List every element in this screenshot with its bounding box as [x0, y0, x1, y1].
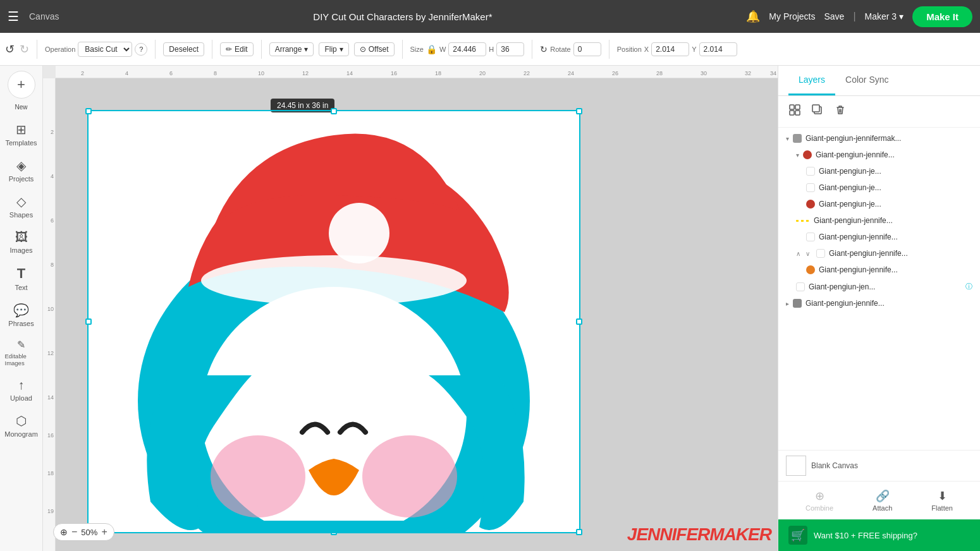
layer-color [806, 265, 815, 274]
sidebar-item-monogram[interactable]: ⬡ Monogram [3, 408, 40, 443]
zoom-in-button[interactable]: + [101, 526, 107, 538]
blank-canvas-area: Blank Canvas [778, 450, 980, 481]
menu-icon[interactable]: ☰ [8, 9, 19, 24]
redo-button[interactable]: ↻ [20, 42, 29, 56]
width-input[interactable] [448, 42, 486, 56]
zoom-target-icon[interactable]: ⊕ [60, 527, 68, 537]
layer-row[interactable]: Giant-pengiun-jen... ⓘ [778, 278, 980, 295]
layers-group-button[interactable] [786, 101, 804, 122]
layer-row[interactable]: Giant-pengiun-jennife... [778, 229, 980, 245]
toolbar-separator-5 [402, 40, 403, 59]
topbar: ☰ Canvas DIY Cut Out Characters by Jenni… [0, 0, 980, 33]
expand-icon[interactable]: ▾ [796, 152, 799, 159]
layer-row[interactable]: Giant-pengiun-je... [778, 179, 980, 196]
phrases-icon: 💬 [13, 303, 29, 318]
help-button[interactable]: ? [135, 43, 147, 56]
canvas-area[interactable]: 2 4 6 8 10 12 14 16 18 20 22 24 26 28 30… [43, 66, 778, 551]
monogram-icon: ⬡ [16, 413, 27, 428]
svg-point-5 [211, 435, 305, 518]
layer-color [816, 249, 825, 258]
layer-row[interactable]: ▸ Giant-pengiun-jennife... [778, 295, 980, 312]
left-sidebar: + New ⊞ Templates ◈ Projects ◇ Shapes 🖼 … [0, 66, 43, 551]
sidebar-item-templates[interactable]: ⊞ Templates [3, 117, 40, 152]
save-button[interactable]: Save [824, 11, 844, 21]
sidebar-item-upload[interactable]: ↑ Upload [3, 373, 40, 407]
operation-select[interactable]: Basic Cut [78, 42, 132, 57]
collapse-icon[interactable]: ▸ [786, 300, 789, 307]
y-label: Y [692, 45, 696, 53]
toolbar: ↺ ↻ Operation Basic Cut ? Deselect ✏ Edi… [0, 33, 980, 66]
layer-row[interactable]: Giant-pengiun-jennife... [778, 262, 980, 278]
penguin-image[interactable] [87, 110, 580, 533]
images-icon: 🖼 [15, 230, 28, 245]
lock-icon[interactable]: 🔒 [426, 44, 437, 54]
layer-color [806, 200, 815, 209]
layers-delete-button[interactable] [831, 101, 849, 122]
layer-row[interactable]: Giant-pengiun-je... [778, 163, 980, 179]
layer-name: Giant-pengiun-jennife... [816, 150, 972, 159]
tab-layers[interactable]: Layers [788, 66, 835, 95]
layer-color [806, 233, 815, 241]
make-it-button[interactable]: Make It [912, 6, 972, 27]
watermark: JENNIFERMAKER [627, 524, 771, 545]
svg-rect-8 [795, 105, 800, 109]
edit-button[interactable]: ✏ Edit [220, 42, 254, 56]
layer-info-icon[interactable]: ⓘ [965, 282, 972, 291]
rotate-group: ↻ Rotate [540, 42, 601, 56]
layers-list: ▾ Giant-pengiun-jennifermak... ▾ Giant-p… [778, 128, 980, 450]
deselect-button[interactable]: Deselect [163, 42, 204, 56]
layer-row[interactable]: Giant-pengiun-jennife... [778, 212, 980, 229]
doc-title: DIY Cut Out Characters by JenniferMaker* [69, 11, 736, 22]
text-icon: T [17, 265, 25, 282]
layer-name: Giant-pengiun-jennife... [805, 299, 972, 308]
machine-selector[interactable]: Maker 3 ▾ [865, 11, 904, 21]
edit-icon: ✏ [226, 45, 232, 54]
svg-point-3 [329, 203, 389, 263]
rotate-input[interactable] [573, 42, 601, 56]
layer-row[interactable]: ▾ Giant-pengiun-jennife... [778, 147, 980, 163]
new-button[interactable]: + [8, 71, 35, 99]
layer-color-dash [796, 220, 810, 222]
notification-icon[interactable]: 🔔 [746, 9, 760, 23]
layer-row[interactable]: ▾ Giant-pengiun-jennifermak... [778, 130, 980, 147]
sidebar-item-text[interactable]: T Text [3, 260, 40, 296]
canvas-viewport[interactable]: 24.45 in x 36 in [56, 78, 778, 551]
height-input[interactable] [496, 42, 524, 56]
sidebar-item-editable-images[interactable]: ✎ Editable Images [3, 334, 40, 372]
promo-icon: 🛒 [788, 526, 807, 545]
layer-name: Giant-pengiun-jennife... [819, 265, 972, 274]
arrange-button[interactable]: Arrange ▾ [269, 42, 314, 56]
tab-color-sync[interactable]: Color Sync [835, 66, 898, 95]
sidebar-item-phrases[interactable]: 💬 Phrases [3, 298, 40, 332]
blank-canvas-swatch[interactable] [786, 456, 806, 476]
projects-icon: ◈ [16, 158, 26, 173]
layer-row[interactable]: Giant-pengiun-je... [778, 196, 980, 212]
y-input[interactable] [699, 42, 737, 56]
sidebar-item-shapes[interactable]: ◇ Shapes [3, 189, 40, 224]
position-group: Position X Y [617, 42, 737, 56]
sidebar-item-images[interactable]: 🖼 Images [3, 225, 40, 259]
layers-duplicate-button[interactable] [809, 101, 826, 122]
flatten-button[interactable]: ⬇ Flatten [926, 487, 958, 514]
layer-color [806, 183, 815, 192]
position-label: Position [617, 45, 642, 53]
svg-rect-10 [795, 111, 800, 115]
my-projects-link[interactable]: My Projects [769, 11, 815, 21]
toolbar-separator-3 [212, 40, 212, 59]
layer-name: Giant-pengiun-je... [819, 167, 972, 176]
undo-button[interactable]: ↺ [5, 42, 15, 56]
size-label: Size [410, 45, 424, 53]
operation-label: Operation [45, 45, 75, 53]
expand-icon[interactable]: ▾ [786, 135, 789, 142]
attach-button[interactable]: 🔗 Attach [867, 487, 897, 514]
layer-row[interactable]: ∧ ∨ Giant-pengiun-jennife... [778, 245, 980, 262]
bottom-actions: ⊕ Combine 🔗 Attach ⬇ Flatten [778, 481, 980, 519]
offset-button[interactable]: ⊙ Offset [354, 42, 395, 56]
shapes-icon: ◇ [16, 194, 26, 209]
combine-button[interactable]: ⊕ Combine [800, 487, 838, 514]
zoom-out-button[interactable]: − [71, 526, 77, 538]
sidebar-item-projects[interactable]: ◈ Projects [3, 153, 40, 188]
x-input[interactable] [651, 42, 689, 56]
promo-banner[interactable]: 🛒 Want $10 + FREE shipping? [778, 519, 980, 551]
flip-button[interactable]: Flip ▾ [319, 42, 348, 56]
